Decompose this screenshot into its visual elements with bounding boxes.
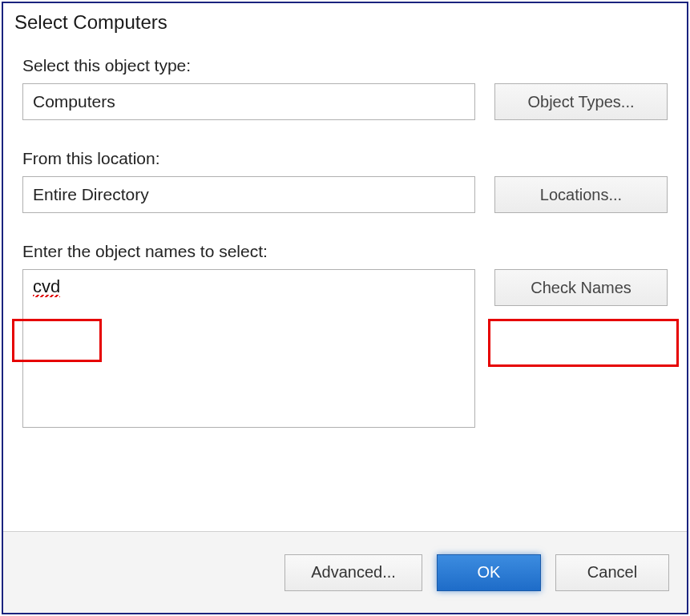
location-field: Entire Directory <box>22 176 475 213</box>
object-names-label: Enter the object names to select: <box>22 242 668 261</box>
select-computers-dialog: Select Computers Select this object type… <box>2 2 688 614</box>
check-names-button[interactable]: Check Names <box>494 269 668 306</box>
ok-button[interactable]: OK <box>437 554 541 591</box>
dialog-title: Select Computers <box>3 3 687 34</box>
locations-button[interactable]: Locations... <box>494 176 668 213</box>
object-type-field: Computers <box>22 83 475 120</box>
object-types-button[interactable]: Object Types... <box>494 83 668 120</box>
object-names-input[interactable]: cvd <box>22 269 475 428</box>
object-type-label: Select this object type: <box>22 56 668 75</box>
object-names-value: cvd <box>33 278 60 297</box>
advanced-button[interactable]: Advanced... <box>284 554 422 591</box>
location-label: From this location: <box>22 149 668 168</box>
dialog-footer: Advanced... OK Cancel <box>3 531 687 613</box>
dialog-content: Select this object type: Computers Objec… <box>3 34 687 531</box>
cancel-button[interactable]: Cancel <box>555 554 669 591</box>
